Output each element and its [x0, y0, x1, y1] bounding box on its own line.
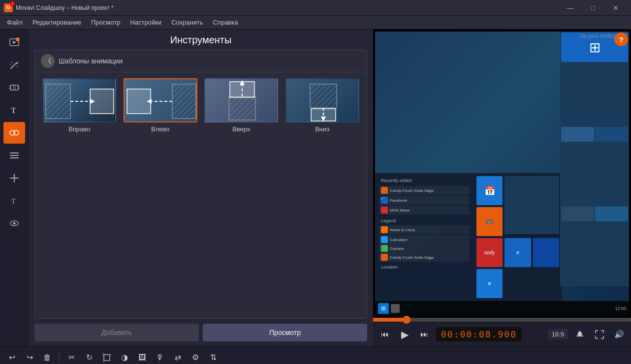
tool-add[interactable]: [3, 167, 25, 189]
scrub-bar[interactable]: [373, 318, 631, 322]
tool-transitions[interactable]: [3, 122, 25, 144]
instruments-panel: Инструменты 《 Шаблоны анимации: [29, 30, 373, 346]
animation-bottom-row: [35, 139, 367, 174]
minimize-button[interactable]: —: [559, 0, 582, 16]
time-display: 00:00:08.900: [436, 327, 522, 341]
svg-rect-47: [576, 335, 583, 336]
svg-line-4: [11, 63, 16, 68]
svg-text:T: T: [11, 106, 16, 115]
svg-rect-36: [127, 89, 151, 114]
volume-button[interactable]: 🔊: [611, 327, 627, 342]
tool-media[interactable]: !: [3, 31, 25, 53]
tool-eye[interactable]: [3, 212, 25, 234]
animation-panel: 《 Шаблоны анимации В: [34, 50, 367, 319]
anim-item-extra1[interactable]: [41, 139, 118, 168]
export-button[interactable]: [572, 327, 588, 342]
svg-rect-43: [310, 84, 337, 108]
right-panel: Recently added Candy Crush Soda Saga fFa…: [373, 30, 631, 346]
svg-rect-28: [46, 84, 70, 119]
preview-animation-button[interactable]: Просмотр: [203, 324, 367, 341]
menu-help[interactable]: Справка: [208, 17, 243, 28]
anim-label-down: Вниз: [315, 125, 329, 133]
svg-rect-33: [172, 84, 196, 119]
timeline-adjust[interactable]: ⇅: [205, 350, 221, 364]
timeline-delete[interactable]: 🗑: [39, 350, 55, 364]
window-title: Movavi Слайдшоу – Новый проект *: [16, 4, 114, 11]
svg-point-26: [13, 222, 15, 225]
aspect-ratio[interactable]: 16:9: [548, 329, 568, 339]
timeline-transition[interactable]: ⇄: [170, 350, 186, 364]
help-button[interactable]: ?: [614, 32, 628, 46]
scrub-fill: [373, 318, 407, 322]
anim-item-extra2[interactable]: [122, 139, 199, 168]
timeline-toolbar: ↩ ↪ 🗑 ✂ ↻ ◑ 🖼 🎙 ⇄ ⚙ ⇅: [0, 347, 631, 364]
tool-menu[interactable]: [3, 145, 25, 166]
preview-area: Recently added Candy Crush Soda Saga fFa…: [373, 30, 631, 318]
scrub-handle[interactable]: [403, 316, 410, 324]
tool-filmstrip[interactable]: [3, 77, 25, 98]
anim-item-up[interactable]: Вверх: [203, 78, 280, 133]
tool-text2[interactable]: T: [3, 190, 25, 212]
tool-text[interactable]: T: [3, 99, 25, 121]
timeline-settings[interactable]: ⚙: [188, 350, 203, 364]
timeline-image[interactable]: 🖼: [134, 350, 150, 364]
anim-item-right[interactable]: Вправо: [41, 78, 118, 133]
animation-header: 《 Шаблоны анимации: [35, 50, 367, 72]
svg-point-6: [11, 61, 12, 62]
timeline-rotate[interactable]: ↻: [81, 350, 97, 364]
anim-item-down[interactable]: Вниз: [284, 78, 361, 133]
svg-text:T: T: [11, 198, 16, 205]
menu-settings[interactable]: Настройки: [125, 17, 166, 28]
skip-start-button[interactable]: ⏮: [377, 327, 393, 342]
menubar: Файл Редактирование Просмотр Настройки С…: [0, 16, 631, 30]
svg-rect-9: [10, 85, 18, 90]
preview-content: Recently added Candy Crush Soda Saga fFa…: [375, 31, 629, 316]
svg-marker-48: [577, 331, 583, 335]
svg-rect-38: [229, 96, 255, 120]
anim-thumb-down: [285, 78, 359, 122]
timeline-audio[interactable]: 🎙: [152, 350, 168, 364]
anim-thumb-right: [42, 78, 116, 122]
svg-marker-5: [16, 61, 18, 64]
anim-item-left[interactable]: Влево: [122, 78, 199, 133]
svg-point-7: [10, 64, 11, 65]
anim-label-right: Вправо: [68, 125, 90, 133]
fullscreen-button[interactable]: [592, 327, 607, 342]
svg-rect-49: [104, 355, 110, 361]
anim-thumb-up: [204, 78, 278, 122]
timeline-color[interactable]: ◑: [117, 350, 132, 364]
svg-rect-41: [230, 82, 254, 97]
panel-buttons: Добавить Просмотр: [29, 319, 373, 346]
titlebar-left: M Movavi Слайдшоу – Новый проект *: [4, 3, 114, 12]
skip-end-button[interactable]: ⏭: [416, 327, 432, 342]
timeline-crop[interactable]: [99, 350, 115, 364]
timeline-undo[interactable]: ↩: [4, 350, 20, 364]
anim-label-left: Влево: [151, 125, 169, 133]
tool-wand[interactable]: [3, 54, 25, 76]
separator1: [59, 352, 60, 364]
menu-view[interactable]: Просмотр: [86, 17, 125, 28]
anim-label-up: Вверх: [232, 125, 250, 133]
maximize-button[interactable]: □: [582, 0, 604, 16]
svg-point-8: [17, 66, 18, 67]
menu-edit[interactable]: Редактирование: [28, 17, 86, 28]
menu-file[interactable]: Файл: [2, 17, 28, 28]
timeline-redo[interactable]: ↪: [22, 350, 37, 364]
timeline-cut[interactable]: ✂: [63, 350, 79, 364]
menu-save[interactable]: Сохранить: [166, 17, 208, 28]
titlebar-controls: — □ ✕: [559, 0, 627, 16]
back-button[interactable]: 《: [41, 54, 55, 68]
close-button[interactable]: ✕: [604, 0, 627, 16]
svg-rect-10: [9, 86, 11, 87]
svg-marker-1: [13, 41, 16, 44]
add-animation-button[interactable]: Добавить: [34, 324, 199, 341]
scrub-track: [373, 318, 631, 322]
animation-header-label: Шаблоны анимации: [59, 57, 123, 65]
titlebar: M Movavi Слайдшоу – Новый проект * — □ ✕: [0, 0, 631, 16]
instruments-title: Инструменты: [29, 30, 373, 50]
svg-rect-13: [18, 88, 19, 89]
play-button[interactable]: ▶: [397, 327, 412, 342]
svg-rect-11: [9, 88, 11, 89]
bottom-section: ↩ ↪ 🗑 ✂ ↻ ◑ 🖼 🎙 ⇄ ⚙ ⇅ T: [0, 346, 631, 364]
animation-grid: Вправо Влево: [35, 72, 367, 139]
